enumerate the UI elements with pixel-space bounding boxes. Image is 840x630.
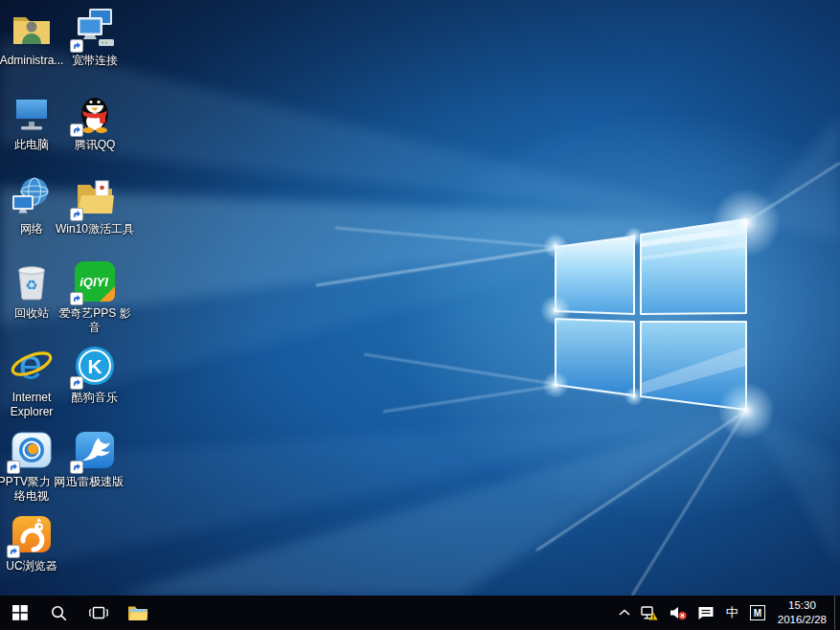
task-view-icon — [89, 605, 108, 620]
icon-label: 宽带连接 — [56, 54, 134, 68]
broadband-icon — [72, 6, 118, 52]
network-globe-icon — [9, 174, 55, 220]
pptv-icon — [9, 427, 55, 473]
shortcut-arrow-icon — [70, 461, 83, 474]
shortcut-arrow-icon — [70, 208, 83, 221]
desktop-icon-network[interactable]: 网络 — [1, 174, 62, 236]
show-desktop-button[interactable] — [834, 596, 840, 630]
tray-action-center[interactable] — [692, 596, 719, 630]
shortcut-arrow-icon — [70, 292, 83, 305]
qq-penguin-icon — [72, 90, 118, 136]
svg-text:iQIYI: iQIYI — [79, 275, 108, 289]
icon-label: 爱奇艺PPS 影音 — [56, 306, 134, 334]
desktop-icon-recycle-bin[interactable]: ♻ 回收站 — [1, 259, 62, 321]
shortcut-arrow-icon — [70, 124, 83, 137]
desktop-icon-internet-explorer[interactable]: e Internet Explorer — [1, 343, 62, 418]
taskbar: 中 M 15:30 2016/2/28 — [0, 596, 840, 630]
desktop-icon-qq[interactable]: 腾讯QQ — [64, 90, 125, 152]
icon-label: 腾讯QQ — [56, 138, 134, 152]
desktop-icon-uc-browser[interactable]: UC浏览器 — [1, 511, 62, 574]
shortcut-arrow-icon — [7, 545, 20, 558]
file-explorer-button[interactable] — [118, 596, 157, 630]
shortcut-arrow-icon — [70, 39, 83, 53]
xunlei-bird-icon — [72, 427, 118, 473]
tray-clock[interactable]: 15:30 2016/2/28 — [770, 596, 834, 630]
shortcut-arrow-icon — [70, 376, 83, 390]
task-view-button[interactable] — [79, 596, 118, 630]
chevron-up-icon — [619, 609, 630, 617]
desktop-icon-broadband[interactable]: 宽带连接 — [64, 6, 125, 68]
svg-text:♻: ♻ — [25, 277, 37, 294]
tray-ime-badge[interactable]: M — [745, 596, 770, 630]
wallpaper — [0, 0, 840, 596]
svg-text:e: e — [19, 343, 42, 388]
svg-text:K: K — [87, 355, 102, 377]
taskbar-empty-area[interactable] — [157, 596, 614, 630]
action-center-icon — [697, 605, 715, 620]
desktop[interactable]: Administra... 宽带连接 — [0, 0, 840, 596]
file-explorer-icon — [127, 604, 148, 621]
tray-network-status[interactable] — [635, 596, 664, 630]
desktop-icon-iqiyi[interactable]: iQIYI 爱奇艺PPS 影音 — [64, 259, 125, 334]
icon-label: 酷狗音乐 — [56, 391, 134, 405]
desktop-icon-pptv[interactable]: PPTV聚力 网络电视 — [1, 427, 62, 503]
uc-squirrel-icon — [9, 511, 55, 557]
folder-icon — [72, 174, 118, 220]
icon-label: 迅雷极速版 — [56, 475, 134, 489]
start-button[interactable] — [0, 596, 39, 630]
system-tray: 中 M 15:30 2016/2/28 — [614, 596, 840, 630]
taskbar-left — [0, 596, 157, 630]
desktop-icon-xunlei[interactable]: 迅雷极速版 — [64, 427, 125, 489]
recycle-bin-icon: ♻ — [9, 259, 55, 304]
desktop-icon-kugou[interactable]: K 酷狗音乐 — [64, 343, 125, 405]
kugou-icon: K — [72, 343, 118, 389]
clock-date: 2016/2/28 — [778, 613, 827, 627]
internet-explorer-icon: e — [9, 343, 55, 389]
windows-logo-icon — [12, 605, 28, 620]
network-warning-icon — [640, 605, 659, 621]
search-button[interactable] — [39, 596, 79, 630]
icon-label: Win10激活工具 — [56, 222, 134, 236]
computer-icon — [9, 90, 55, 136]
user-folder-icon — [9, 6, 55, 52]
desktop-icon-win10-tool[interactable]: Win10激活工具 — [64, 174, 125, 236]
tray-volume[interactable] — [664, 596, 692, 630]
clock-time: 15:30 — [778, 598, 827, 613]
search-icon — [51, 605, 67, 621]
iqiyi-icon: iQIYI — [72, 259, 118, 304]
icon-label: UC浏览器 — [0, 559, 71, 574]
ime-m-icon: M — [750, 605, 765, 620]
tray-ime-mode[interactable]: 中 — [719, 596, 745, 630]
shortcut-arrow-icon — [7, 461, 20, 474]
volume-muted-icon — [669, 605, 688, 620]
tray-show-hidden-icons[interactable] — [614, 596, 635, 630]
desktop-icon-this-pc[interactable]: 此电脑 — [1, 90, 62, 152]
desktop-icon-administrator[interactable]: Administra... — [1, 6, 62, 68]
